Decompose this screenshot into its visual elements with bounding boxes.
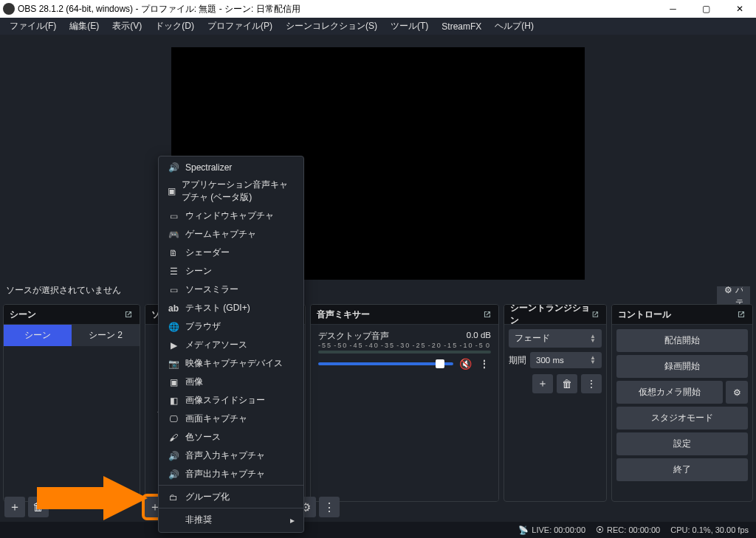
menu-file[interactable]: ファイル(F) (3, 18, 63, 35)
ctx-window-capture[interactable]: ▭ウィンドウキャプチャ (159, 207, 303, 225)
app-audio-icon: ▣ (168, 186, 176, 196)
docks-row: シーン シーン シーン 2 ソース ソースがありません。 下の + アイコンをク… (0, 301, 756, 502)
ctx-scene[interactable]: ☰シーン (159, 262, 303, 280)
scene-icon: ☰ (168, 266, 179, 277)
exit-button[interactable]: 終了 (616, 458, 748, 481)
studio-mode-button[interactable]: スタジオモード (616, 407, 748, 430)
channel-level: 0.0 dB (467, 331, 491, 342)
ctx-deprecated[interactable]: 非推奨▸ (159, 511, 303, 529)
popout-icon[interactable] (482, 309, 492, 320)
folder-icon: 🗀 (168, 492, 179, 503)
speaker-icon: 🔊 (168, 451, 179, 461)
ctx-audio-input-capture[interactable]: 🔊音声入力キャプチャ (159, 446, 303, 465)
meter-ticks: -55-50-45-40-35-30-25-20-15-10-50 (318, 342, 491, 349)
svg-marker-0 (37, 476, 148, 520)
menubar: ファイル(F) 編集(E) 表示(V) ドック(D) プロファイル(P) シーン… (0, 18, 756, 35)
mixer-channel-desktop-audio: デスクトップ音声 0.0 dB -55-50-45-40-35-30-25-20… (311, 325, 498, 376)
slideshow-icon: ◧ (168, 396, 179, 406)
status-cpu: CPU: 0.1%, 30.00 fps (670, 525, 749, 534)
transition-select[interactable]: フェード ▲▼ (509, 329, 602, 348)
window-titlebar: OBS 28.1.2 (64-bit, windows) - プロファイル: 無… (0, 0, 756, 18)
gear-icon: ⚙ (724, 285, 732, 295)
mirror-icon: ▭ (168, 285, 179, 295)
scene-item-2[interactable]: シーン 2 (72, 325, 140, 346)
add-source-context-menu: 🔊Spectralizer ▣アプリケーション音声キャプチャ (ベータ版) ▭ウ… (158, 156, 304, 533)
ctx-shader[interactable]: 🗎シェーダー (159, 244, 303, 262)
popout-icon[interactable] (591, 309, 600, 320)
arrow-callout (37, 476, 148, 520)
app-icon (3, 3, 15, 15)
start-stream-button[interactable]: 配信開始 (616, 329, 748, 352)
text-icon: ab (168, 303, 179, 314)
record-icon: ⦿ (596, 525, 604, 534)
color-icon: 🖌 (168, 432, 179, 443)
ctx-display-capture[interactable]: 🖵画面キャプチャ (159, 410, 303, 428)
ctx-game-capture[interactable]: 🎮ゲームキャプチャ (159, 225, 303, 244)
duration-label: 期間 (509, 355, 526, 366)
speaker-icon: 🔊 (168, 162, 179, 173)
virtual-camera-settings-button[interactable]: ⚙ (726, 381, 748, 404)
mixer-title: 音声ミキサー (317, 308, 370, 321)
menu-dock[interactable]: ドック(D) (148, 18, 201, 35)
menu-scene-collection[interactable]: シーンコレクション(S) (279, 18, 384, 35)
ctx-source-mirror[interactable]: ▭ソースミラー (159, 280, 303, 299)
gear-icon: ⚙ (733, 387, 741, 398)
close-button[interactable]: ✕ (723, 0, 756, 18)
transition-menu-button[interactable]: ⋮ (581, 374, 602, 393)
updown-icon: ▲▼ (590, 356, 596, 365)
controls-dock: コントロール 配信開始 録画開始 仮想カメラ開始 ⚙ スタジオモード 設定 終了 (611, 304, 753, 502)
add-transition-button[interactable]: ＋ (532, 374, 553, 393)
audio-mixer-dock: 音声ミキサー デスクトップ音声 0.0 dB -55-50-45-40-35-3… (310, 304, 499, 502)
menu-edit[interactable]: 編集(E) (63, 18, 106, 35)
scenes-title: シーン (10, 308, 36, 321)
window-icon: ▭ (168, 211, 179, 221)
remove-transition-button[interactable]: 🗑 (557, 374, 577, 393)
ctx-image[interactable]: ▣画像 (159, 373, 303, 391)
ctx-text-gdi[interactable]: abテキスト (GDI+) (159, 299, 303, 317)
window-title: OBS 28.1.2 (64-bit, windows) - プロファイル: 無… (18, 3, 300, 15)
ctx-video-capture-device[interactable]: 📷映像キャプチャデバイス (159, 354, 303, 373)
media-icon: ▶ (168, 340, 179, 351)
broadcast-icon: 📡 (518, 525, 529, 535)
minimize-button[interactable]: ─ (656, 0, 690, 18)
duration-input[interactable]: 300 ms ▲▼ (530, 352, 602, 368)
maximize-button[interactable]: ▢ (690, 0, 723, 18)
ctx-image-slideshow[interactable]: ◧画像スライドショー (159, 391, 303, 410)
mixer-menu-button[interactable]: ⋮ (319, 497, 340, 517)
scene-item-1[interactable]: シーン (4, 325, 72, 346)
transitions-title: シーントランジション (510, 304, 591, 327)
ctx-app-audio-capture[interactable]: ▣アプリケーション音声キャプチャ (ベータ版) (159, 176, 303, 207)
camera-icon: 📷 (168, 359, 179, 369)
popout-icon[interactable] (736, 309, 746, 320)
add-scene-button[interactable]: ＋ (4, 497, 25, 517)
browser-icon: 🌐 (168, 322, 179, 332)
ctx-group[interactable]: 🗀グループ化 (159, 488, 303, 508)
updown-icon: ▲▼ (590, 334, 596, 343)
gamepad-icon: 🎮 (168, 230, 179, 240)
status-rec: ⦿REC: 00:00:00 (596, 525, 660, 534)
menu-view[interactable]: 表示(V) (106, 18, 148, 35)
start-record-button[interactable]: 録画開始 (616, 355, 748, 378)
menu-help[interactable]: ヘルプ(H) (488, 18, 540, 35)
image-icon: ▣ (168, 377, 179, 387)
ctx-media-source[interactable]: ▶メディアソース (159, 336, 303, 354)
ctx-spectralizer[interactable]: 🔊Spectralizer (159, 159, 303, 176)
ctx-audio-output-capture[interactable]: 🔊音声出力キャプチャ (159, 465, 303, 486)
settings-button[interactable]: 設定 (616, 432, 748, 455)
file-icon: 🗎 (168, 248, 179, 258)
preview-area (0, 35, 756, 286)
chevron-right-icon: ▸ (290, 515, 295, 525)
ctx-browser[interactable]: 🌐ブラウザ (159, 317, 303, 336)
controls-title: コントロール (618, 308, 671, 321)
menu-tools[interactable]: ツール(T) (384, 18, 435, 35)
menu-streamfx[interactable]: StreamFX (435, 19, 488, 34)
virtual-camera-button[interactable]: 仮想カメラ開始 (616, 381, 723, 404)
volume-slider[interactable] (318, 362, 453, 365)
popout-icon[interactable] (123, 309, 134, 320)
ctx-color-source[interactable]: 🖌色ソース (159, 428, 303, 446)
speaker-icon: 🔊 (168, 469, 179, 480)
menu-profile[interactable]: プロファイル(P) (201, 18, 279, 35)
transitions-dock: シーントランジション フェード ▲▼ 期間 300 ms ▲▼ ＋ 🗑 ⋮ (504, 304, 607, 502)
mute-icon[interactable]: 🔇 (459, 358, 472, 370)
channel-menu-button[interactable]: ⋮ (478, 357, 491, 370)
